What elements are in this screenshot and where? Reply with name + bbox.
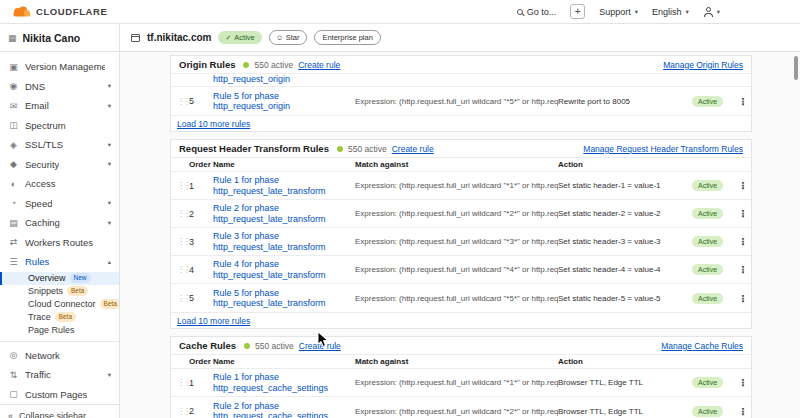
active-count: 550 active	[255, 341, 294, 351]
manage-cache-rules-link[interactable]: Manage Cache Rules	[661, 341, 743, 351]
table-row: ⋮⋮ 1 Rule 1 for phase http_request_late_…	[171, 172, 751, 200]
rule-match-expression: Expression: (http.request.full_uri wildc…	[355, 181, 558, 190]
sidebar-item-workers-routes[interactable]: ⇄ Workers Routes	[0, 233, 119, 253]
page-scrollbar-thumb[interactable]	[794, 56, 798, 80]
sidebar-item-trace[interactable]: Trace Beta	[0, 311, 119, 324]
sidebar-item-rules[interactable]: ☰ Rules ▴	[0, 252, 119, 272]
cloudflare-logo[interactable]: CLOUDFLARE	[10, 3, 107, 21]
rule-name-link[interactable]: Rule 3 for phase http_request_late_trans…	[213, 231, 355, 252]
sidebar-item-label: Access	[25, 178, 56, 189]
sidebar-item-snippets[interactable]: Snippets Beta	[0, 285, 119, 298]
table-row: ⋮⋮ 5 Rule 5 for phase http_request_origi…	[171, 87, 751, 115]
rule-name-link[interactable]: Rule 1 for phase http_request_late_trans…	[213, 175, 355, 196]
rule-name-link[interactable]: Rule 5 for phase http_request_late_trans…	[213, 288, 355, 309]
chevron-icon: ▾	[108, 82, 111, 90]
user-icon	[703, 7, 713, 17]
kebab-menu-icon[interactable]: ⋮	[735, 208, 751, 219]
rule-name-link[interactable]: Rule 2 for phase http_request_late_trans…	[213, 203, 355, 224]
kebab-menu-icon[interactable]: ⋮	[735, 406, 751, 417]
collapse-sidebar-button[interactable]: « Collapse sidebar	[0, 404, 119, 418]
kebab-menu-icon[interactable]: ⋮	[735, 180, 751, 191]
rule-match-expression: Expression: (http.request.full_uri wildc…	[355, 265, 558, 274]
sidebar-item-icon: ◆	[8, 159, 19, 169]
table-row: ⋮⋮ 3 Rule 3 for phase http_request_late_…	[171, 228, 751, 256]
kebab-menu-icon[interactable]: ⋮	[735, 96, 751, 107]
sidebar-item-access[interactable]: ◐ Access	[0, 174, 119, 194]
rules-overview-content: Origin Rules 550 active Create rule Mana…	[120, 52, 800, 418]
rule-action: Rewrite port to 8005	[558, 97, 692, 106]
chevron-icon: ▾	[108, 199, 111, 207]
sidebar-item-icon: ◈	[8, 140, 19, 150]
drag-handle-icon[interactable]: ⋮⋮	[177, 209, 189, 218]
add-button[interactable]: +	[570, 4, 585, 19]
sidebar-item-version-management[interactable]: ▣ Version Management	[0, 57, 119, 77]
sidebar-item-traffic[interactable]: ⇅ Traffic ▾	[0, 365, 119, 385]
rule-action: Set static header-1 = value-1	[558, 181, 692, 190]
rule-action: Set static header-3 = value-3	[558, 237, 692, 246]
language-menu[interactable]: English ▾	[652, 7, 689, 17]
drag-handle-icon[interactable]: ⋮⋮	[177, 294, 189, 303]
star-button[interactable]: ✩ Star	[269, 30, 308, 45]
sidebar-item-custom-pages[interactable]: ▢ Custom Pages	[0, 385, 119, 405]
account-switcher[interactable]: ▦ Nikita Cano	[0, 24, 119, 52]
col-order: Order	[189, 160, 213, 169]
sidebar-item-caching[interactable]: ▤ Caching ▾	[0, 213, 119, 233]
rule-order: 4	[189, 265, 213, 275]
drag-handle-icon[interactable]: ⋮⋮	[177, 378, 189, 387]
table-row: ⋮⋮ 5 Rule 5 for phase http_request_late_…	[171, 284, 751, 312]
rule-order: 2	[189, 209, 213, 219]
chevron-down-icon: ▾	[685, 8, 688, 16]
rule-name-link[interactable]: Rule 5 for phase http_request_origin	[213, 91, 355, 112]
table-column-headers: Order Name Match against Action	[171, 355, 751, 369]
create-rule-link[interactable]: Create rule	[299, 341, 341, 351]
status-badge: Active	[692, 406, 723, 417]
drag-handle-icon[interactable]: ⋮⋮	[177, 237, 189, 246]
rule-name-link[interactable]: Rule 1 for phase http_request_cache_sett…	[213, 372, 355, 393]
col-order: Order	[189, 357, 213, 366]
load-more-link[interactable]: Load 10 more rules	[177, 119, 250, 129]
kebab-menu-icon[interactable]: ⋮	[735, 236, 751, 247]
rule-action: Browser TTL, Edge TTL	[558, 378, 692, 387]
col-match: Match against	[355, 357, 558, 366]
sidebar-item-page-rules[interactable]: Page Rules	[0, 324, 119, 337]
load-more-link[interactable]: Load 10 more rules	[177, 316, 250, 326]
drag-handle-icon[interactable]: ⋮⋮	[177, 181, 189, 190]
active-dot-icon	[244, 343, 250, 349]
sidebar-item-speed[interactable]: ◔ Speed ▾	[0, 194, 119, 214]
sidebar-item-label: Email	[25, 100, 49, 111]
table-row: ⋮⋮ 1 Rule 1 for phase http_request_cache…	[171, 369, 751, 397]
sidebar-item-network[interactable]: ◎ Network	[0, 346, 119, 366]
sidebar-item-email[interactable]: ✉ Email ▾	[0, 96, 119, 116]
manage-transform-rules-link[interactable]: Manage Request Header Transform Rules	[583, 144, 743, 154]
drag-handle-icon[interactable]: ⋮⋮	[177, 265, 189, 274]
rule-name-link[interactable]: http_request_origin	[213, 74, 290, 85]
support-menu[interactable]: Support ▾	[599, 7, 638, 17]
table-column-headers: Order Name Match against Action	[171, 158, 751, 172]
drag-handle-icon[interactable]: ⋮⋮	[177, 407, 189, 416]
drag-handle-icon[interactable]: ⋮⋮	[177, 97, 189, 106]
sidebar-item-dns[interactable]: ◉ DNS ▾	[0, 77, 119, 97]
rule-name-link[interactable]: Rule 4 for phase http_request_late_trans…	[213, 259, 355, 280]
table-row: ⋮⋮ 4 Rule 4 for phase http_request_late_…	[171, 256, 751, 284]
table-row: ⋮⋮ 2 Rule 2 for phase http_request_late_…	[171, 200, 751, 228]
sidebar-item-overview[interactable]: Overview New	[0, 272, 119, 285]
sidebar-item-security[interactable]: ◆ Security ▾	[0, 155, 119, 175]
goto-search[interactable]: Go to...	[517, 7, 557, 17]
sidebar-item-ssl-tls[interactable]: ◈ SSL/TLS ▾	[0, 135, 119, 155]
sidebar-item-spectrum[interactable]: ◫ Spectrum	[0, 116, 119, 136]
col-match: Match against	[355, 160, 558, 169]
rule-order: 2	[189, 406, 213, 416]
rule-action: Browser TTL, Edge TTL	[558, 407, 692, 416]
sidebar-item-cloud-connector[interactable]: Cloud Connector Beta	[0, 298, 119, 311]
kebab-menu-icon[interactable]: ⋮	[735, 377, 751, 388]
sidebar-item-icon: ▣	[8, 62, 19, 72]
kebab-menu-icon[interactable]: ⋮	[735, 293, 751, 304]
kebab-menu-icon[interactable]: ⋮	[735, 264, 751, 275]
sidebar-item-label: Speed	[25, 198, 52, 209]
rule-name-link[interactable]: Rule 2 for phase http_request_cache_sett…	[213, 401, 355, 418]
account-menu[interactable]: ▾	[703, 7, 720, 17]
create-rule-link[interactable]: Create rule	[298, 60, 340, 70]
manage-origin-rules-link[interactable]: Manage Origin Rules	[663, 60, 743, 70]
create-rule-link[interactable]: Create rule	[392, 144, 434, 154]
goto-search-label: Go to...	[527, 7, 557, 17]
